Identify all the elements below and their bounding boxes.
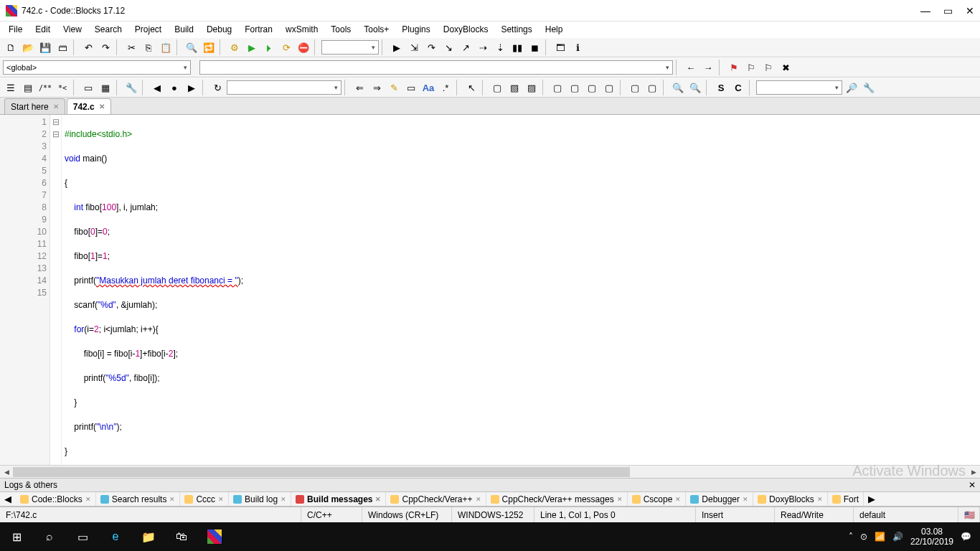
menu-doxyblocks[interactable]: DoxyBlocks bbox=[438, 23, 494, 36]
debug-windows-icon[interactable]: 🗔 bbox=[552, 39, 568, 55]
tray-volume-icon[interactable]: 🔊 bbox=[892, 532, 903, 542]
task-view-icon[interactable]: ▭ bbox=[66, 522, 99, 551]
find-icon[interactable]: 🔍 bbox=[184, 39, 199, 55]
fortran-run-icon[interactable]: 🔎 bbox=[844, 80, 859, 95]
logs-tab-debugger[interactable]: Debugger✕ bbox=[686, 492, 753, 506]
fortran-s-icon[interactable]: S bbox=[713, 80, 729, 95]
next-line-icon[interactable]: ↷ bbox=[423, 39, 439, 55]
nav-fwd-icon[interactable]: → bbox=[700, 60, 716, 75]
store-icon[interactable]: 🛍 bbox=[165, 522, 198, 551]
scroll-left-icon[interactable]: ◀ bbox=[0, 466, 13, 479]
logs-tab-cppcheck[interactable]: CppCheck/Vera++✕ bbox=[386, 492, 486, 506]
menu-debug[interactable]: Debug bbox=[201, 23, 237, 36]
tool8-icon[interactable]: ▢ bbox=[627, 80, 643, 95]
bookmark-prev-icon[interactable]: ⚐ bbox=[743, 60, 759, 75]
build-target-combo[interactable] bbox=[321, 40, 379, 55]
paste-icon[interactable]: 📋 bbox=[158, 39, 174, 55]
zoom-in-icon[interactable]: 🔍 bbox=[670, 80, 686, 95]
maximize-button[interactable]: ▭ bbox=[943, 5, 953, 17]
jump-back-icon[interactable]: ◀ bbox=[149, 80, 165, 95]
tool9-icon[interactable]: ▢ bbox=[644, 80, 660, 95]
start-button[interactable]: ⊞ bbox=[0, 522, 33, 551]
replace-icon[interactable]: 🔁 bbox=[201, 39, 217, 55]
tray-clock[interactable]: 03.08 22/10/2019 bbox=[910, 527, 953, 547]
codeblocks-taskbar-icon[interactable] bbox=[198, 522, 231, 551]
explorer-icon[interactable]: 📁 bbox=[132, 522, 165, 551]
logs-tab-doxyblocks[interactable]: DoxyBlocks✕ bbox=[753, 492, 828, 506]
minimize-button[interactable]: — bbox=[920, 5, 930, 17]
goto-icon[interactable]: ▭ bbox=[403, 80, 419, 95]
zoom-out-icon[interactable]: 🔍 bbox=[687, 80, 703, 95]
tool3-icon[interactable]: ▨ bbox=[524, 80, 540, 95]
scope-combo[interactable]: <global> bbox=[3, 60, 191, 75]
edge-icon[interactable]: e bbox=[99, 522, 132, 551]
break-icon[interactable]: ▮▮ bbox=[509, 39, 525, 55]
tool7-icon[interactable]: ▢ bbox=[601, 80, 617, 95]
logs-tab-buildlog[interactable]: Build log✕ bbox=[229, 492, 291, 506]
tray-location-icon[interactable]: ⊙ bbox=[860, 532, 867, 542]
search-icon[interactable]: ⌕ bbox=[33, 522, 66, 551]
menu-edit[interactable]: Edit bbox=[29, 23, 56, 36]
logs-nav-left-icon[interactable]: ◀ bbox=[0, 492, 16, 507]
menu-wxsmith[interactable]: wxSmith bbox=[280, 23, 324, 36]
info-icon[interactable]: ℹ bbox=[570, 39, 585, 55]
save-all-icon[interactable]: 🗃 bbox=[55, 39, 70, 55]
doxy-run-icon[interactable]: ▭ bbox=[80, 80, 96, 95]
menu-fortran[interactable]: Fortran bbox=[239, 23, 278, 36]
tray-wifi-icon[interactable]: 📶 bbox=[875, 532, 885, 542]
run-to-cursor-icon[interactable]: ⇲ bbox=[406, 39, 422, 55]
symbol-combo[interactable] bbox=[199, 60, 673, 75]
logs-header[interactable]: Logs & others ✕ bbox=[0, 478, 980, 492]
menu-file[interactable]: File bbox=[3, 23, 28, 36]
doxy2-icon[interactable]: ▤ bbox=[20, 80, 36, 95]
logs-nav-right-icon[interactable]: ▶ bbox=[864, 492, 880, 507]
tab-742c[interactable]: 742.c ✕ bbox=[67, 98, 111, 114]
save-icon[interactable]: 💾 bbox=[37, 39, 53, 55]
tool6-icon[interactable]: ▢ bbox=[584, 80, 600, 95]
redo-icon[interactable]: ↷ bbox=[98, 39, 113, 55]
close-icon[interactable]: ✕ bbox=[99, 103, 105, 110]
undo-icon[interactable]: ↶ bbox=[80, 39, 96, 55]
regex-icon[interactable]: .* bbox=[438, 80, 453, 95]
step-into-icon[interactable]: ↘ bbox=[440, 39, 456, 55]
next-instr-icon[interactable]: ⇢ bbox=[475, 39, 491, 55]
highlight-icon[interactable]: ✎ bbox=[386, 80, 402, 95]
select-icon[interactable]: ↖ bbox=[463, 80, 479, 95]
menu-search[interactable]: Search bbox=[89, 23, 128, 36]
tool2-icon[interactable]: ▧ bbox=[507, 80, 522, 95]
step-out-icon[interactable]: ↗ bbox=[458, 39, 473, 55]
scroll-right-icon[interactable]: ▶ bbox=[967, 466, 980, 479]
logs-tab-cccc[interactable]: Cccc✕ bbox=[180, 492, 229, 506]
jump-rec-icon[interactable]: ● bbox=[166, 80, 182, 95]
prev-icon[interactable]: ⇐ bbox=[352, 80, 367, 95]
cut-icon[interactable]: ✂ bbox=[123, 39, 139, 55]
bookmark-toggle-icon[interactable]: ⚑ bbox=[726, 60, 742, 75]
case-icon[interactable]: Aa bbox=[420, 80, 436, 95]
search-combo[interactable] bbox=[227, 80, 341, 95]
menu-build[interactable]: Build bbox=[169, 23, 199, 36]
scroll-thumb[interactable] bbox=[13, 467, 630, 477]
refresh-icon[interactable]: ↻ bbox=[209, 80, 225, 95]
logs-tab-buildmsg[interactable]: Build messages✕ bbox=[291, 492, 386, 506]
logs-tab-codeblocks[interactable]: Code::Blocks✕ bbox=[16, 492, 96, 506]
doxy-wrench-icon[interactable]: 🔧 bbox=[123, 80, 139, 95]
menu-settings[interactable]: Settings bbox=[495, 23, 537, 36]
code-area[interactable]: #include<stdio.h> void main() { int fibo… bbox=[62, 115, 980, 465]
menu-tools[interactable]: Tools bbox=[325, 23, 357, 36]
doxy-icon[interactable]: ☰ bbox=[3, 80, 19, 95]
abort-icon[interactable]: ⛔ bbox=[296, 39, 311, 55]
run-icon[interactable]: ▶ bbox=[244, 39, 260, 55]
menu-plugins[interactable]: Plugins bbox=[396, 23, 435, 36]
tool4-icon[interactable]: ▢ bbox=[550, 80, 565, 95]
logs-tab-cppcheckmsg[interactable]: CppCheck/Vera++ messages✕ bbox=[486, 492, 628, 506]
build-icon[interactable]: ⚙ bbox=[227, 39, 242, 55]
jump-fwd-icon[interactable]: ▶ bbox=[184, 80, 199, 95]
logs-tab-search[interactable]: Search results✕ bbox=[96, 492, 181, 506]
horizontal-scrollbar[interactable]: ◀ ▶ bbox=[0, 465, 980, 478]
tab-start-here[interactable]: Start here ✕ bbox=[4, 98, 65, 114]
new-file-icon[interactable]: 🗋 bbox=[3, 39, 19, 55]
close-button[interactable]: ✕ bbox=[966, 5, 974, 17]
fortran-c-icon[interactable]: C bbox=[730, 80, 746, 95]
open-file-icon[interactable]: 📂 bbox=[20, 39, 36, 55]
nav-back-icon[interactable]: ← bbox=[683, 60, 699, 75]
